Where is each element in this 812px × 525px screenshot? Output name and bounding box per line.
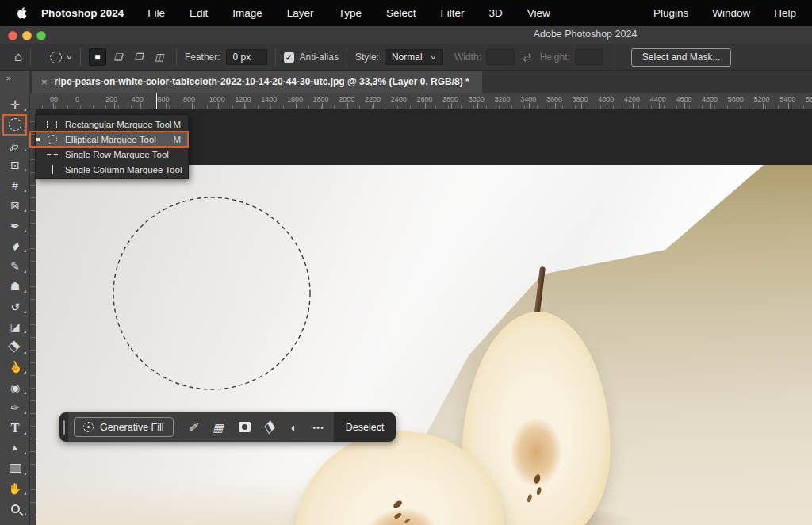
new-selection-icon[interactable]: ■ [89,48,106,66]
anti-alias-checkbox[interactable]: ✓ [284,52,294,63]
style-dropdown[interactable]: Normal ∨ [385,49,443,65]
smudge-tool[interactable]: ☝ [0,358,30,378]
frame-tool[interactable]: ⊠ [0,196,30,217]
anti-alias-label[interactable]: Anti-alias [300,52,339,63]
pen-tool[interactable]: ✑ [0,398,30,419]
ruler-label: 00 [50,95,58,103]
ruler-label: 3000 [469,95,485,103]
crop-tool[interactable]: # [0,175,30,196]
adjustment-icon[interactable]: ◐ [291,421,297,434]
menu-item[interactable]: Image [232,7,262,19]
ruler-label: 400 [132,95,144,103]
close-window-button[interactable] [8,31,17,40]
ruler-label: 4200 [624,95,640,103]
ruler-label: 3400 [520,95,536,103]
height-input[interactable] [575,49,603,65]
zoom-tool[interactable] [0,499,30,519]
menu-item[interactable]: 3D [488,7,502,19]
marquee-tool-icon [46,154,58,155]
menu-item[interactable]: File [147,7,165,19]
minimize-window-button[interactable] [22,31,32,40]
menu-item[interactable]: Select [386,7,416,19]
chevron-down-icon: ∨ [430,53,437,61]
window-title: Adobe Photoshop 2024 [534,29,638,40]
menu-item[interactable]: Filter [440,7,464,19]
type-tool[interactable]: T [0,418,30,439]
subtract-from-selection-icon[interactable]: ❐ [130,48,147,66]
add-to-selection-icon[interactable]: ❏ [109,48,127,66]
ruler-label: 0 [75,95,79,103]
hand-tool[interactable]: ✋ [0,479,30,500]
object-selection-tool[interactable]: ⊡ [0,155,30,176]
fill-selection-icon[interactable]: ◧ [266,421,276,434]
deselect-button[interactable]: Deselect [334,412,396,442]
brush-tool[interactable]: ✎ [0,256,30,277]
rectangular-marquee-item[interactable]: Rectangular Marquee Tool M [36,117,188,132]
menu-item[interactable]: Help [774,7,796,19]
ruler-label: 4600 [676,95,691,103]
toolbar-expand-icon[interactable]: » [0,71,29,82]
generative-fill-button[interactable]: Generative Fill [74,417,174,437]
elliptical-marquee-item[interactable]: Elliptical Marquee Tool M [36,132,188,147]
ruler-label: 4800 [702,95,718,103]
single-column-marquee-item[interactable]: Single Column Marquee Tool [36,162,188,177]
ruler-label: 4400 [650,95,666,103]
modify-selection-brush-icon[interactable]: ✐ [189,421,198,434]
ruler-label: 5000 [728,95,744,103]
width-input[interactable] [486,49,515,65]
home-icon[interactable]: ⌂ [14,49,22,65]
path-selection-tool[interactable]: ➤ [0,439,30,459]
ruler-label: 1600 [287,95,303,103]
menu-item[interactable]: Layer [287,7,314,19]
ruler-label: 2400 [391,95,407,103]
zoom-window-button[interactable] [36,31,46,40]
move-tool[interactable]: ✛ [0,94,30,115]
menu-item[interactable]: Plugins [653,7,688,19]
horizontal-ruler[interactable]: 0002004006008001000120014001600180020002… [30,93,812,109]
select-and-mask-button[interactable]: Select and Mask... [631,48,732,67]
clone-stamp-tool[interactable]: ☗ [0,277,30,297]
eyedropper-tool[interactable]: ✒ [0,216,30,236]
elliptical-marquee-tool[interactable] [0,115,30,136]
menu-item[interactable]: Window [712,7,750,19]
dodge-tool[interactable]: ◉ [0,377,30,398]
swap-dimensions-icon[interactable]: ⇄ [523,51,532,63]
apple-logo-icon[interactable] [17,7,27,19]
menu-item[interactable]: View [527,7,550,19]
spot-healing-brush-tool[interactable]: ▰ [0,236,30,257]
menu-item[interactable]: Edit [190,7,208,19]
ruler-label: 5400 [779,95,795,103]
tool-preset-picker[interactable]: ∨ [50,52,72,63]
document-tab[interactable]: × ripe-pears-on-white-color-tablecloth-2… [32,71,482,93]
marquee-tool-icon [46,121,58,128]
chevron-down-icon: ∨ [66,53,73,61]
lasso-tool[interactable]: ℘ [0,135,30,155]
more-options-icon[interactable]: ••• [312,423,324,432]
rectangle-tool[interactable] [0,458,30,479]
eraser-tool[interactable]: ◪ [0,317,30,338]
intersect-selection-icon[interactable]: ◫ [151,48,168,66]
menu-app-name[interactable]: Photoshop 2024 [41,7,124,19]
single-row-marquee-item[interactable]: Single Row Marquee Tool [36,147,188,162]
width-label: Width: [454,52,481,63]
elliptical-selection-marquee[interactable] [111,195,312,393]
ruler-label: 2200 [365,95,381,103]
ruler-label: 1800 [313,95,329,103]
ruler-label: 2000 [339,95,354,103]
ruler-label: 1200 [236,95,251,103]
tools-panel: » ✛ ℘ ⊡ # ⊠ [0,71,30,525]
ruler-label: 200 [105,95,117,103]
ruler-label: 3600 [546,95,562,103]
close-tab-icon[interactable]: × [41,76,48,88]
paint-bucket-tool[interactable]: ◧ [0,337,30,358]
history-brush-tool[interactable]: ↺ [0,297,30,317]
taskbar-drag-handle[interactable] [59,412,68,442]
refine-edge-icon[interactable]: ▦ [213,421,223,434]
menu-item[interactable]: Type [339,7,362,19]
create-mask-icon[interactable] [239,422,251,432]
ruler-label: 800 [183,95,195,103]
marquee-tool-icon [46,135,58,144]
feather-input[interactable]: 0 px [226,49,267,65]
ruler-label: 600 [157,95,169,103]
ruler-label: 2800 [442,95,458,103]
